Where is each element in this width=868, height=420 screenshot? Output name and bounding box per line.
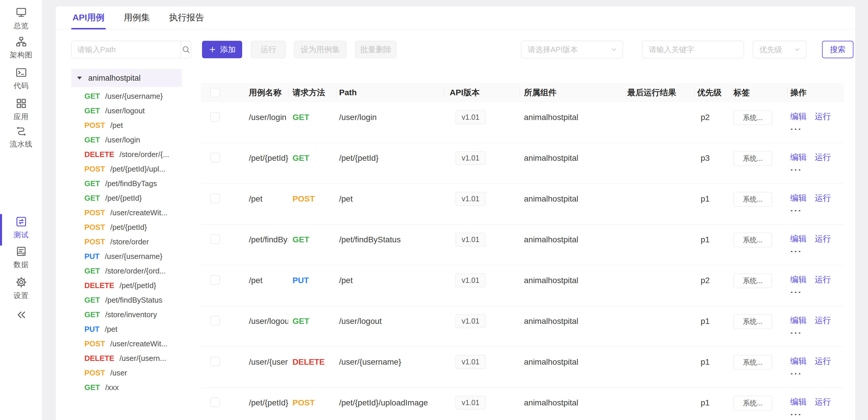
- action-run[interactable]: 运行: [815, 111, 831, 122]
- action-more[interactable]: ...: [790, 205, 844, 211]
- action-run[interactable]: 运行: [815, 152, 831, 163]
- action-edit[interactable]: 编辑: [790, 233, 807, 244]
- tree-item[interactable]: PUT /pet: [71, 322, 182, 336]
- action-edit[interactable]: 编辑: [790, 152, 807, 163]
- action-more[interactable]: ...: [790, 124, 844, 130]
- action-run[interactable]: 运行: [815, 396, 831, 408]
- sidebar-item-test[interactable]: 测试: [0, 215, 42, 240]
- sidebar-item-code[interactable]: 代码: [0, 66, 42, 91]
- row-checkbox[interactable]: [211, 235, 220, 244]
- add-button[interactable]: 添加: [202, 41, 242, 58]
- tree-item[interactable]: POST /user/createWit...: [71, 205, 182, 220]
- row-case-name: /pet/findBySt...: [242, 224, 288, 244]
- collapse-sidebar-button[interactable]: [0, 308, 42, 322]
- action-edit[interactable]: 编辑: [790, 274, 807, 285]
- apps-icon: [15, 97, 27, 110]
- tree-item[interactable]: GET /pet/findByStatus: [71, 293, 182, 307]
- tree-item[interactable]: PUT /user/{username}: [71, 249, 182, 264]
- row-priority: p1: [694, 224, 732, 244]
- action-edit[interactable]: 编辑: [790, 111, 807, 122]
- row-checkbox[interactable]: [211, 397, 220, 407]
- tree-item-path: /pet/findByStatus: [105, 296, 162, 305]
- tree-item[interactable]: POST /pet/{petId}/upl...: [71, 162, 182, 176]
- row-last-result: [626, 347, 694, 357]
- action-edit[interactable]: 编辑: [790, 396, 807, 408]
- tree-item[interactable]: DELETE /store/order/{...: [71, 147, 182, 162]
- tree-item[interactable]: GET /store/inventory: [71, 307, 182, 322]
- action-run[interactable]: 运行: [815, 233, 831, 244]
- tree-item[interactable]: GET /pet/findByTags: [71, 176, 182, 191]
- row-checkbox[interactable]: [211, 316, 220, 325]
- keyword-input[interactable]: [642, 41, 744, 58]
- batch-delete-button[interactable]: 批量删除: [355, 41, 397, 58]
- select-all-checkbox[interactable]: [211, 88, 220, 97]
- tree-item-method: DELETE: [85, 150, 114, 159]
- tab-api-cases[interactable]: API用例: [71, 12, 106, 29]
- tree-item-method: GET: [85, 296, 100, 305]
- tab-bar: API用例 用例集 执行报告: [56, 6, 855, 30]
- tree-root-animalhostpital[interactable]: animalhostpital: [71, 69, 182, 87]
- action-more[interactable]: ...: [790, 368, 844, 374]
- action-run[interactable]: 运行: [815, 274, 831, 285]
- tree-item[interactable]: POST /store/order: [71, 235, 182, 249]
- row-priority: p2: [694, 102, 732, 122]
- tree-item[interactable]: GET /user/{username}: [71, 89, 182, 103]
- tree-item-method: POST: [85, 237, 105, 246]
- tab-execution-reports[interactable]: 执行报告: [168, 12, 205, 29]
- action-edit[interactable]: 编辑: [790, 356, 807, 367]
- row-checkbox[interactable]: [211, 275, 220, 284]
- action-run[interactable]: 运行: [815, 356, 831, 367]
- tree-item[interactable]: POST /user: [71, 365, 182, 380]
- sidebar-item-architecture[interactable]: 架构图: [0, 35, 42, 60]
- tree-item[interactable]: GET /store/order/{ord...: [71, 264, 182, 278]
- search-button[interactable]: 搜索: [822, 41, 854, 58]
- tab-case-suites[interactable]: 用例集: [123, 12, 151, 29]
- terminal-icon: [15, 66, 27, 79]
- tree-item-path: /pet/{petId}: [120, 281, 156, 290]
- tree-item[interactable]: POST /user/createWit...: [71, 336, 182, 351]
- action-run[interactable]: 运行: [815, 315, 831, 326]
- api-version-select[interactable]: 请选择API版本: [521, 41, 623, 58]
- version-badge: v1.01: [456, 314, 486, 328]
- priority-select[interactable]: 优先级: [753, 41, 806, 58]
- row-checkbox[interactable]: [211, 357, 220, 366]
- action-edit[interactable]: 编辑: [790, 315, 807, 326]
- row-last-result: [626, 224, 694, 235]
- run-button[interactable]: 运行: [251, 41, 286, 58]
- tree-item[interactable]: GET /user/login: [71, 132, 182, 147]
- action-more[interactable]: ...: [790, 164, 844, 170]
- tree-item[interactable]: DELETE /pet/{petId}: [71, 278, 182, 293]
- row-case-name: /pet/{petId}/u...: [242, 388, 288, 408]
- tree-item[interactable]: POST /pet/{petId}: [71, 220, 182, 235]
- tree-item-path: /pet: [110, 121, 123, 130]
- sidebar-item-settings[interactable]: 设置: [0, 276, 42, 300]
- action-more[interactable]: ...: [790, 409, 844, 415]
- sidebar-item-apps[interactable]: 应用: [0, 97, 42, 121]
- tree-item-method: GET: [85, 383, 100, 392]
- sidebar-item-overview[interactable]: 总览: [0, 6, 42, 31]
- tree-item[interactable]: DELETE /user/{usern...: [71, 351, 182, 365]
- sidebar-item-pipeline[interactable]: 流水线: [0, 125, 42, 149]
- action-more[interactable]: ...: [790, 287, 844, 293]
- action-run[interactable]: 运行: [815, 192, 831, 204]
- sidebar-item-data[interactable]: 数据: [0, 245, 42, 269]
- set-suite-button[interactable]: 设为用例集: [294, 41, 346, 58]
- tree-item[interactable]: GET /xxx: [71, 380, 182, 395]
- row-last-result: [626, 306, 694, 317]
- tree-item[interactable]: GET /user/logout: [71, 103, 182, 118]
- row-path: /pet: [336, 184, 444, 204]
- tree-item-path: /pet/{petId}/upl...: [110, 164, 165, 174]
- row-method: PUT: [292, 276, 309, 285]
- row-path: /pet: [336, 265, 444, 285]
- row-checkbox[interactable]: [211, 194, 220, 203]
- tree-item[interactable]: POST /pet: [71, 118, 182, 132]
- action-more[interactable]: ...: [790, 246, 844, 252]
- main-panel: API用例 用例集 执行报告 animalhostpital GET /user…: [56, 6, 855, 420]
- action-more[interactable]: ...: [790, 328, 844, 333]
- row-method: GET: [292, 113, 309, 122]
- tree-item[interactable]: GET /pet/{petId}: [71, 191, 182, 205]
- row-checkbox[interactable]: [211, 112, 220, 121]
- row-checkbox[interactable]: [211, 153, 220, 162]
- action-edit[interactable]: 编辑: [790, 192, 807, 204]
- version-badge: v1.01: [456, 233, 486, 246]
